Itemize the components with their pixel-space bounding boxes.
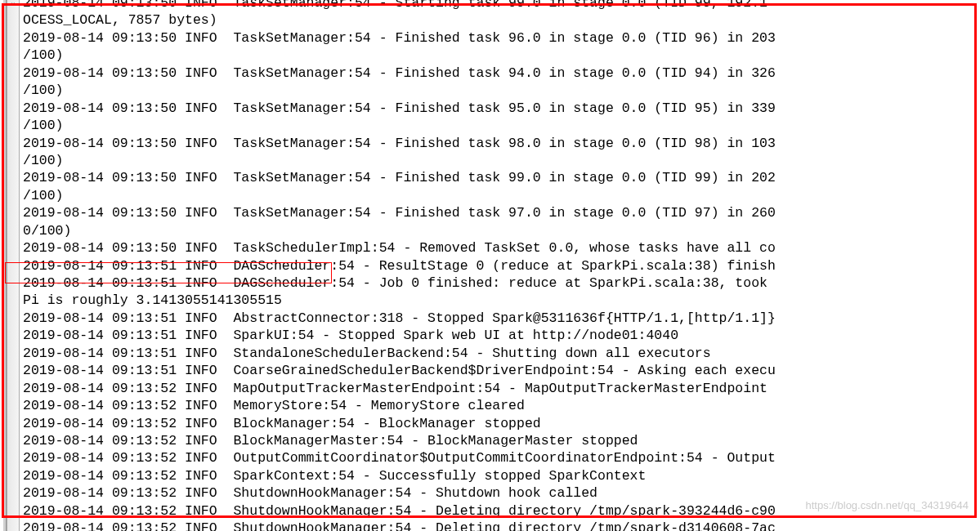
log-line: 2019-08-14 09:13:50 INFO TaskSetManager:… [23, 204, 980, 221]
log-line: 2019-08-14 09:13:51 INFO DAGScheduler:54… [23, 257, 980, 274]
log-line: 2019-08-14 09:13:51 INFO CoarseGrainedSc… [23, 362, 980, 379]
log-line: 2019-08-14 09:13:52 INFO SparkContext:54… [23, 467, 980, 484]
log-line: 2019-08-14 09:13:50 INFO TaskSetManager:… [23, 29, 980, 47]
log-line: 2019-08-14 09:13:52 INFO OutputCommitCoo… [23, 449, 980, 466]
log-line: 2019-08-14 09:13:51 INFO StandaloneSched… [23, 345, 980, 362]
log-line: 2019-08-14 09:13:52 INFO BlockManager:54… [23, 415, 980, 432]
log-line: 2019-08-14 09:13:52 INFO BlockManagerMas… [23, 432, 980, 449]
log-line: 2019-08-14 09:13:50 INFO TaskSetManager:… [23, 100, 980, 117]
log-line: 2019-08-14 09:13:51 INFO SparkUI:54 - St… [23, 327, 980, 344]
log-line: /100) [23, 47, 980, 64]
log-line: 2019-08-14 09:13:50 INFO TaskSetManager:… [23, 65, 980, 82]
log-line: 2019-08-14 09:13:51 INFO DAGScheduler:54… [23, 274, 980, 292]
terminal-output[interactable]: 2019-08-14 09:13:50 INFO TaskSetManager:… [23, 0, 980, 531]
log-line: 2019-08-14 09:13:52 INFO MapOutputTracke… [23, 380, 980, 397]
log-line: 0/100) [23, 222, 980, 239]
log-line: Pi is roughly 3.1413055141305515 [23, 292, 980, 309]
log-line: /100) [23, 152, 980, 169]
log-line: 2019-08-14 09:13:51 INFO AbstractConnect… [23, 310, 980, 327]
log-line: 2019-08-14 09:13:50 INFO TaskSchedulerIm… [23, 239, 980, 257]
log-line: 2019-08-14 09:13:50 INFO TaskSetManager:… [23, 169, 980, 186]
scroll-up-indicator-icon: ˇ [10, 2, 16, 16]
log-line: /100) [23, 82, 980, 99]
log-line: 2019-08-14 09:13:52 INFO MemoryStore:54 … [23, 397, 980, 414]
log-line: /100) [23, 117, 980, 134]
log-line: 2019-08-14 09:13:50 INFO TaskSetManager:… [23, 135, 980, 152]
scrollbar-gutter[interactable]: ˇ [7, 0, 20, 531]
log-line: 2019-08-14 09:13:52 INFO ShutdownHookMan… [23, 520, 980, 531]
log-line: OCESS_LOCAL, 7857 bytes) [23, 11, 980, 29]
log-line: /100) [23, 187, 980, 204]
log-line: 2019-08-14 09:13:52 INFO ShutdownHookMan… [23, 484, 980, 502]
terminal-window: ˇ 2019-08-14 09:13:50 INFO TaskSetManage… [0, 0, 980, 531]
log-line: 2019-08-14 09:13:52 INFO ShutdownHookMan… [23, 502, 980, 520]
log-line: 2019-08-14 09:13:50 INFO TaskSetManager:… [23, 0, 980, 11]
